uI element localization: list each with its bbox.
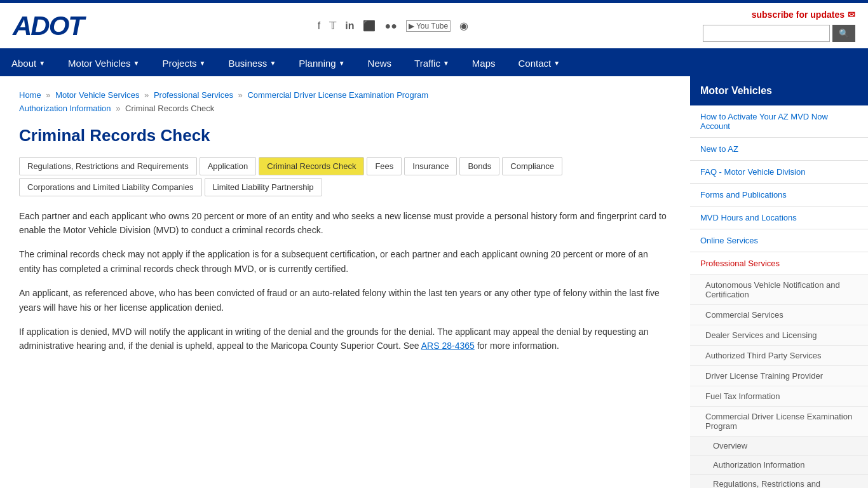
tab-corporations[interactable]: Corporations and Limited Liability Compa…: [19, 178, 202, 196]
sidebar-dealer-services[interactable]: Dealer Services and Licensing: [690, 325, 868, 346]
nav-projects-arrow: ▼: [200, 60, 206, 67]
top-right: subscribe for updates ✉ 🔍: [703, 10, 855, 42]
youtube-icon[interactable]: ▶ You Tube: [406, 20, 451, 32]
nav-bar: About ▼ Motor Vehicles ▼ Projects ▼ Busi…: [0, 50, 868, 76]
sidebar-faq[interactable]: FAQ - Motor Vehicle Division: [690, 161, 868, 184]
nav-contact[interactable]: Contact ▼: [507, 50, 572, 76]
nav-business[interactable]: Business ▼: [217, 50, 288, 76]
tab-llp[interactable]: Limited Liability Partnership: [205, 178, 322, 196]
page-title: Criminal Records Check: [19, 126, 671, 146]
search-input[interactable]: [703, 25, 830, 42]
sidebar-cdl-program[interactable]: Commercial Driver License Examination Pr…: [690, 407, 868, 437]
breadcrumb-professional-services[interactable]: Professional Services: [154, 90, 233, 100]
sidebar-driver-license-training[interactable]: Driver License Training Provider: [690, 366, 868, 386]
breadcrumb-current: Criminal Records Check: [125, 104, 214, 113]
paragraph-3: An applicant, as referenced above, who h…: [19, 286, 671, 315]
tab-criminal-records-check[interactable]: Criminal Records Check: [259, 157, 364, 175]
sidebar-header: Motor Vehicles: [690, 76, 868, 105]
sidebar-hours-locations[interactable]: MVD Hours and Locations: [690, 207, 868, 229]
sidebar-overview[interactable]: Overview: [690, 437, 868, 456]
nav-motor-vehicles[interactable]: Motor Vehicles ▼: [57, 50, 151, 76]
tab-fees[interactable]: Fees: [367, 157, 402, 175]
sidebar-professional-services[interactable]: Professional Services: [690, 252, 868, 275]
sidebar: Motor Vehicles How to Activate Your AZ M…: [690, 76, 868, 488]
nav-planning[interactable]: Planning ▼: [287, 50, 356, 76]
breadcrumb-home[interactable]: Home: [19, 90, 41, 100]
content-wrapper: Home » Motor Vehicle Services » Professi…: [0, 76, 868, 488]
mail-icon: ✉: [848, 10, 855, 20]
facebook-icon[interactable]: f: [318, 20, 320, 32]
social-icons-bar: f 𝕋 in ⬛ ●● ▶ You Tube ◉: [83, 20, 703, 32]
nav-business-arrow: ▼: [269, 60, 276, 67]
linkedin-icon[interactable]: in: [345, 20, 354, 32]
sidebar-fuel-tax[interactable]: Fuel Tax Information: [690, 386, 868, 407]
rss-icon[interactable]: ◉: [459, 20, 468, 32]
breadcrumb-cdl-program[interactable]: Commercial Driver License Examination Pr…: [247, 90, 428, 100]
logo[interactable]: ADOT: [13, 11, 83, 41]
nav-planning-arrow: ▼: [339, 60, 345, 67]
sidebar-regulations[interactable]: Regulations, Restrictions and Requiremen…: [690, 475, 868, 488]
breadcrumb-motor-vehicle-services[interactable]: Motor Vehicle Services: [55, 90, 139, 100]
nav-traffic[interactable]: Traffic ▼: [403, 50, 461, 76]
sidebar-new-to-az[interactable]: New to AZ: [690, 138, 868, 161]
tab-application[interactable]: Application: [200, 157, 257, 175]
ars-link[interactable]: ARS 28-4365: [421, 341, 475, 351]
search-button[interactable]: 🔍: [832, 25, 855, 42]
nav-traffic-arrow: ▼: [443, 60, 449, 67]
breadcrumb: Home » Motor Vehicle Services » Professi…: [19, 89, 671, 116]
paragraph-1: Each partner and each applicant who owns…: [19, 209, 671, 238]
nav-maps[interactable]: Maps: [461, 50, 507, 76]
paragraph-4: If application is denied, MVD will notif…: [19, 325, 671, 353]
instagram-icon[interactable]: ⬛: [363, 20, 376, 32]
paragraph-2: The criminal records check may not apply…: [19, 247, 671, 276]
twitter-icon[interactable]: 𝕋: [329, 20, 336, 32]
breadcrumb-authorization-info[interactable]: Authorization Information: [19, 104, 111, 113]
sidebar-forms[interactable]: Forms and Publications: [690, 184, 868, 207]
nav-motor-vehicles-arrow: ▼: [133, 60, 140, 67]
nav-news[interactable]: News: [356, 50, 403, 76]
flickr-icon[interactable]: ●●: [384, 20, 397, 32]
body-text: Each partner and each applicant who owns…: [19, 209, 671, 353]
sidebar-online-services[interactable]: Online Services: [690, 229, 868, 252]
nav-projects[interactable]: Projects ▼: [151, 50, 217, 76]
sidebar-authorized-third-party[interactable]: Authorized Third Party Services: [690, 346, 868, 366]
nav-about-arrow: ▼: [39, 60, 45, 67]
subscribe-link[interactable]: subscribe for updates ✉: [752, 10, 855, 20]
logo-area: ADOT: [13, 11, 83, 41]
sidebar-authorization-info[interactable]: Authorization Information: [690, 456, 868, 475]
search-row: 🔍: [703, 25, 855, 42]
tab-insurance[interactable]: Insurance: [404, 157, 457, 175]
nav-about[interactable]: About ▼: [0, 50, 57, 76]
sidebar-autonomous-vehicle[interactable]: Autonomous Vehicle Notification and Cert…: [690, 275, 868, 305]
sidebar-commercial-services[interactable]: Commercial Services: [690, 305, 868, 325]
nav-contact-arrow: ▼: [553, 60, 560, 67]
main-content: Home » Motor Vehicle Services » Professi…: [0, 76, 690, 488]
tab-compliance[interactable]: Compliance: [502, 157, 562, 175]
tab-regulations[interactable]: Regulations, Restrictions and Requiremen…: [19, 157, 197, 175]
tab-bonds[interactable]: Bonds: [459, 157, 499, 175]
tab-navigation: Regulations, Restrictions and Requiremen…: [19, 157, 671, 196]
sidebar-activate-mvd[interactable]: How to Activate Your AZ MVD Now Account: [690, 105, 868, 138]
top-bar: ADOT f 𝕋 in ⬛ ●● ▶ You Tube ◉ subscribe …: [0, 3, 868, 50]
